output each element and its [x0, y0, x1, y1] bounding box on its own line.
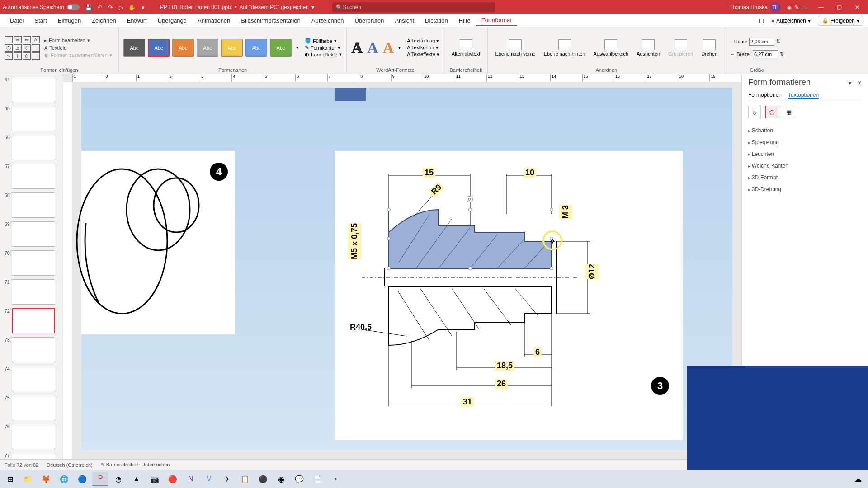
selection-handle[interactable]: [387, 237, 391, 240]
section-weiche-kanten[interactable]: Weiche Kanten: [748, 160, 862, 172]
style-gallery[interactable]: Abc Abc Abc Abc Abc Abc Abc: [123, 39, 292, 57]
app-icon[interactable]: 💬: [291, 472, 307, 486]
redo-icon[interactable]: ↷: [107, 4, 114, 11]
slide-thumb-70[interactable]: [12, 250, 55, 276]
app-icon[interactable]: 🔴: [165, 472, 181, 486]
filename-area[interactable]: PPT 01 Roter Faden 001.pptx • Auf "diese…: [160, 4, 314, 10]
width-input[interactable]: [753, 50, 778, 58]
app-icon[interactable]: 📋: [237, 472, 253, 486]
section-3d-drehung[interactable]: 3D-Drehung: [748, 183, 862, 195]
search-box[interactable]: 🔍: [332, 2, 495, 12]
selection-pane-button[interactable]: Auswahlbereich: [590, 39, 631, 56]
tab-hilfe[interactable]: Hilfe: [453, 15, 476, 26]
slide-thumb-65[interactable]: [12, 106, 55, 131]
style-gallery-more-icon[interactable]: ▾: [296, 45, 298, 50]
tab-bildschirm[interactable]: Bildschirmpräsentation: [236, 15, 306, 26]
app-icon[interactable]: 📄: [309, 472, 326, 486]
slide-thumb-67[interactable]: [12, 164, 55, 189]
tab-entwurf[interactable]: Entwurf: [122, 15, 152, 26]
autosave-control[interactable]: Automatisches Speichern: [3, 4, 80, 10]
chevron-down-icon[interactable]: ▾: [311, 4, 314, 10]
alt-text-button[interactable]: Alternativtext: [449, 39, 483, 56]
slide-thumb-64[interactable]: [12, 77, 55, 102]
close-button[interactable]: ✕: [849, 2, 865, 13]
drawing-panel-4[interactable]: 4: [81, 151, 235, 334]
tab-datei[interactable]: Datei: [5, 15, 29, 26]
vlc-icon[interactable]: ▲: [128, 472, 145, 486]
shapes-gallery[interactable]: ▭▭A ◯△⬡ ↘{⬠: [5, 36, 40, 60]
collapse-ribbon-icon[interactable]: ▢: [759, 18, 764, 24]
slide-thumb-73[interactable]: [12, 337, 55, 362]
slide-thumb-74[interactable]: [12, 366, 55, 391]
wordart-gallery[interactable]: A A A: [351, 39, 394, 56]
firefox-icon[interactable]: 🦊: [38, 472, 54, 486]
user-account[interactable]: Thomas Hruska TH: [729, 2, 780, 12]
app-icon[interactable]: 📷: [146, 472, 163, 486]
selection-handle[interactable]: [387, 208, 391, 211]
shape-fill-button[interactable]: 🪣 Füllfarbe ▾: [305, 38, 342, 44]
effects-icon[interactable]: ⬠: [765, 106, 778, 118]
from-beginning-icon[interactable]: ▷: [118, 4, 125, 11]
start-button[interactable]: ⊞: [2, 472, 18, 486]
coming-soon-icon[interactable]: ✎: [793, 4, 800, 11]
save-icon[interactable]: 💾: [85, 4, 92, 11]
height-spinner[interactable]: ⇅: [776, 38, 780, 44]
autosave-toggle[interactable]: [67, 4, 80, 10]
selection-handle[interactable]: [550, 208, 553, 211]
pane-options-icon[interactable]: ▾: [849, 80, 851, 86]
qat-dropdown-icon[interactable]: ▾: [139, 4, 146, 11]
send-backward-button[interactable]: Ebene nach hinten: [541, 39, 588, 56]
telegram-icon[interactable]: ✈: [219, 472, 235, 486]
file-explorer-icon[interactable]: 📁: [20, 472, 36, 486]
slide-thumb-77[interactable]: [12, 453, 55, 459]
blue-rectangle-shape[interactable]: [335, 88, 366, 101]
tab-shape-options[interactable]: Formoptionen: [748, 92, 782, 99]
wordart-gallery-more-icon[interactable]: ▾: [398, 45, 401, 50]
shape-outline-button[interactable]: ✎ Formkontur ▾: [305, 45, 342, 51]
slide-thumb-76[interactable]: [12, 424, 55, 449]
ribbon-options-icon[interactable]: ▭: [800, 4, 807, 11]
touch-mode-icon[interactable]: ✋: [128, 4, 136, 11]
slide-canvas[interactable]: 4 3: [81, 88, 732, 450]
shape-effects-button[interactable]: ◐ Formeffekte ▾: [305, 52, 342, 57]
height-input[interactable]: [749, 38, 774, 46]
slide-thumb-66[interactable]: [12, 135, 55, 160]
app-icon[interactable]: V: [201, 472, 217, 486]
bring-forward-button[interactable]: Ebene nach vorne: [492, 39, 538, 56]
pane-close-icon[interactable]: ✕: [857, 80, 862, 86]
rotation-handle[interactable]: ⟳: [467, 196, 473, 202]
selection-handle[interactable]: [468, 208, 472, 211]
tab-ueberpruefen[interactable]: Überprüfen: [349, 15, 389, 26]
drawing-panel-3[interactable]: 3: [335, 151, 683, 440]
powerpoint-icon[interactable]: P: [92, 472, 108, 486]
chrome-icon[interactable]: 🌐: [56, 472, 72, 486]
record-button[interactable]: ●Aufzeichnen▾: [768, 16, 814, 25]
section-leuchten[interactable]: Leuchten: [748, 148, 862, 160]
onenote-icon[interactable]: N: [183, 472, 199, 486]
section-3d-format[interactable]: 3D-Format: [748, 172, 862, 183]
section-spiegelung[interactable]: Spiegelung: [748, 136, 862, 148]
tab-ansicht[interactable]: Ansicht: [389, 15, 420, 26]
slide-thumbnails[interactable]: 64 65 66 67 68 69 70 71 72 73 74 75 76 7…: [0, 74, 63, 459]
tab-aufzeichnen[interactable]: Aufzeichnen: [306, 15, 349, 26]
textbox-button[interactable]: A Textfeld: [42, 45, 114, 51]
slide-thumb-71[interactable]: [12, 279, 55, 305]
teams-icon[interactable]: ◈: [786, 4, 793, 11]
text-effects-button[interactable]: A Texteffekte ▾: [407, 52, 439, 57]
minimize-button[interactable]: —: [813, 2, 829, 13]
selection-handle[interactable]: [550, 267, 553, 270]
text-outline-button[interactable]: A Textkontur ▾: [407, 45, 439, 51]
tab-zeichnen[interactable]: Zeichnen: [86, 15, 121, 26]
obs-icon[interactable]: ⚫: [255, 472, 271, 486]
edit-shape-button[interactable]: ▸ Form bearbeiten ▾: [42, 37, 114, 44]
app-icon[interactable]: ◔: [110, 472, 127, 486]
tab-start[interactable]: Start: [29, 15, 52, 26]
tab-text-options[interactable]: Textoptionen: [788, 92, 819, 99]
tab-uebergaenge[interactable]: Übergänge: [152, 15, 192, 26]
slide-thumb-75[interactable]: [12, 395, 55, 420]
rotate-button[interactable]: Drehen: [698, 39, 720, 56]
slide-counter[interactable]: Folie 72 von 82: [5, 462, 38, 468]
slide-thumb-72[interactable]: [12, 308, 55, 333]
maximize-button[interactable]: ▢: [831, 2, 847, 13]
language-status[interactable]: Deutsch (Österreich): [47, 462, 92, 468]
